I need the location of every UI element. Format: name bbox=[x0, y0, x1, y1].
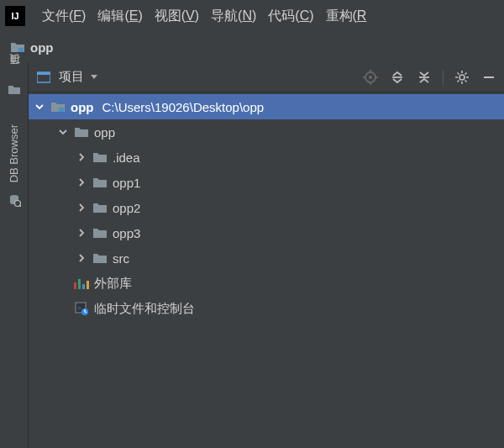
rail-tab-db-browser[interactable]: DB Browser bbox=[4, 118, 24, 189]
minimize-icon[interactable] bbox=[480, 69, 497, 86]
panel-header: 项目 bbox=[29, 62, 504, 92]
tree-root[interactable]: opp C:\Users\19026\Desktop\opp bbox=[29, 94, 504, 119]
chevron-right-icon[interactable] bbox=[76, 252, 87, 264]
tree-node[interactable]: opp3 bbox=[29, 220, 504, 245]
tree-node-label: .idea bbox=[113, 150, 140, 165]
tree-node[interactable]: opp2 bbox=[29, 195, 504, 220]
tree-node-label: opp bbox=[94, 125, 115, 140]
module-folder-icon bbox=[50, 101, 66, 113]
tree-node-label: src bbox=[113, 251, 129, 266]
chevron-down-icon[interactable] bbox=[91, 75, 97, 79]
tree-node[interactable]: opp bbox=[29, 119, 504, 145]
tree-node-label: 外部库 bbox=[94, 276, 132, 292]
project-panel: 项目 bbox=[29, 62, 504, 448]
svg-line-20 bbox=[465, 80, 467, 82]
svg-point-14 bbox=[459, 75, 465, 80]
breadcrumb-project[interactable]: opp bbox=[30, 40, 54, 55]
tree-node[interactable]: .idea bbox=[29, 145, 504, 170]
svg-point-7 bbox=[369, 76, 372, 79]
chevron-right-icon[interactable] bbox=[76, 227, 87, 239]
scratch-icon: >_ bbox=[74, 302, 89, 315]
rail-tab-project[interactable]: 项目 bbox=[3, 66, 25, 79]
menu-edit[interactable]: 编辑(E) bbox=[97, 8, 142, 25]
divider bbox=[443, 70, 444, 85]
expand-all-icon[interactable] bbox=[389, 69, 406, 86]
tree-node-path: C:\Users\19026\Desktop\opp bbox=[102, 100, 265, 114]
app-icon: IJ bbox=[5, 6, 25, 26]
tree-node[interactable]: opp1 bbox=[29, 170, 504, 195]
folder-icon bbox=[92, 252, 108, 264]
folder-icon bbox=[92, 177, 108, 188]
folder-icon bbox=[92, 227, 108, 239]
svg-line-21 bbox=[458, 80, 459, 82]
locate-icon[interactable] bbox=[362, 69, 379, 86]
project-folder-icon bbox=[10, 41, 25, 53]
tree-node[interactable]: src bbox=[29, 245, 504, 271]
chevron-right-icon[interactable] bbox=[76, 151, 87, 163]
menu-navigate[interactable]: 导航(N) bbox=[211, 8, 256, 25]
project-tree[interactable]: opp C:\Users\19026\Desktop\opp opp .idea… bbox=[29, 92, 504, 448]
collapse-all-icon[interactable] bbox=[416, 69, 433, 86]
svg-rect-24 bbox=[59, 108, 64, 112]
svg-line-3 bbox=[19, 205, 21, 207]
tree-node-label: opp2 bbox=[113, 201, 140, 215]
svg-rect-0 bbox=[18, 48, 24, 52]
folder-icon bbox=[74, 126, 89, 138]
chevron-right-icon[interactable] bbox=[76, 202, 87, 213]
db-browser-icon bbox=[7, 192, 22, 208]
project-view-icon bbox=[35, 69, 52, 86]
tree-node-label: 临时文件和控制台 bbox=[94, 301, 195, 317]
chevron-down-icon[interactable] bbox=[34, 101, 45, 113]
tree-external-libraries[interactable]: 外部库 bbox=[29, 271, 504, 296]
menubar: IJ 文件(F) 编辑(E) 视图(V) 导航(N) 代码(C) 重构(R bbox=[0, 0, 504, 32]
svg-line-19 bbox=[458, 72, 459, 74]
svg-rect-5 bbox=[37, 72, 50, 75]
menu-refactor[interactable]: 重构(R bbox=[326, 8, 367, 25]
folder-icon bbox=[92, 202, 108, 213]
chevron-right-icon[interactable] bbox=[76, 177, 87, 188]
tree-scratches[interactable]: >_ 临时文件和控制台 bbox=[29, 296, 504, 321]
left-tool-rail: 项目 DB Browser bbox=[0, 62, 29, 448]
chevron-down-icon[interactable] bbox=[57, 126, 69, 138]
tree-node-label: opp bbox=[71, 100, 94, 114]
gear-icon[interactable] bbox=[454, 69, 470, 86]
breadcrumb: opp bbox=[0, 32, 504, 62]
svg-line-22 bbox=[465, 72, 467, 74]
menu-code[interactable]: 代码(C) bbox=[268, 8, 313, 25]
menu-file[interactable]: 文件(F) bbox=[42, 8, 86, 25]
tree-node-label: opp1 bbox=[113, 176, 140, 190]
folder-icon bbox=[7, 82, 22, 98]
menu-view[interactable]: 视图(V) bbox=[155, 8, 199, 25]
rail-tab-label: DB Browser bbox=[8, 124, 20, 182]
folder-icon bbox=[92, 151, 108, 163]
library-icon bbox=[74, 277, 89, 289]
panel-title[interactable]: 项目 bbox=[59, 69, 84, 85]
tree-node-label: opp3 bbox=[113, 226, 140, 240]
